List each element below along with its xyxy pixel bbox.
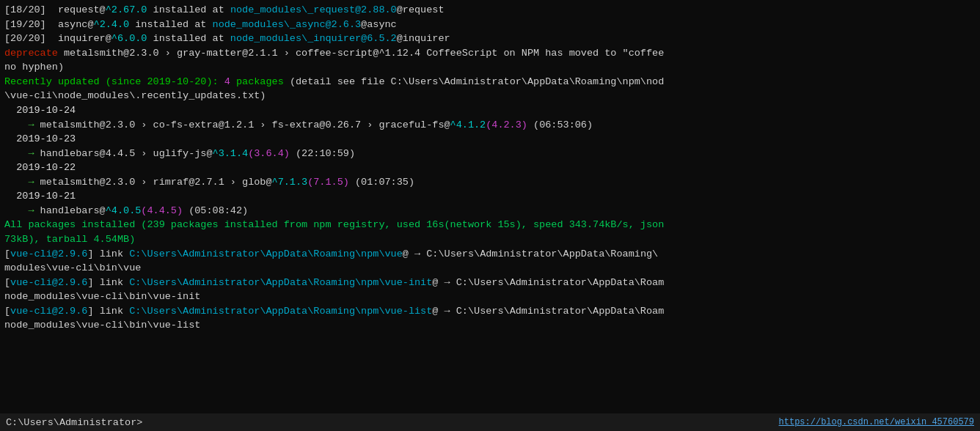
bottom-bar: C:\Users\Administrator> https://blog.csd… <box>0 413 980 431</box>
csdn-url[interactable]: https://blog.csdn.net/weixin_45760579 <box>779 417 974 427</box>
terminal-line: → metalsmith@2.3.0 › co-fs-extra@1.2.1 ›… <box>4 118 976 133</box>
terminal-line: 2019-10-24 <box>4 103 976 118</box>
terminal-line: Recently updated (since 2019-10-20): 4 p… <box>4 75 976 89</box>
terminal-line-all-packages: All packages installed (239 packages ins… <box>4 218 976 232</box>
terminal-line-vue-link3: [vue-cli@2.9.6] link C:\Users\Administra… <box>4 304 976 319</box>
terminal-line: → handlebars@4.4.5 › uglify-js@^3.1.4(3.… <box>4 147 976 161</box>
terminal-line-vue-link1: [vue-cli@2.9.6] link C:\Users\Administra… <box>4 247 976 262</box>
terminal-line: 73kB), tarball 4.54MB) <box>4 232 976 247</box>
terminal-line: [19/20] async@^2.4.0 installed at node_m… <box>4 18 976 32</box>
terminal-line: [18/20] request@^2.67.0 installed at nod… <box>4 3 976 18</box>
terminal-line: 2019-10-23 <box>4 132 976 147</box>
terminal-window: [18/20] request@^2.67.0 installed at nod… <box>0 0 980 431</box>
terminal-line: modules\vue-cli\bin\vue <box>4 261 976 276</box>
terminal-line: \vue-cli\node_modules\.recently_updates.… <box>4 89 976 103</box>
terminal-line: 2019-10-21 <box>4 189 976 204</box>
terminal-line: → handlebars@^4.0.5(4.4.5) (05:08:42) <box>4 204 976 218</box>
terminal-line: node_modules\vue-cli\bin\vue-list <box>4 318 976 333</box>
terminal-line: no hyphen) <box>4 60 976 75</box>
terminal-line-deprecate: deprecate metalsmith@2.3.0 › gray-matter… <box>4 46 976 61</box>
terminal-line: → metalsmith@2.3.0 › rimraf@2.7.1 › glob… <box>4 175 976 190</box>
terminal-line: 2019-10-22 <box>4 161 976 175</box>
terminal-line-vue-link2: [vue-cli@2.9.6] link C:\Users\Administra… <box>4 276 976 290</box>
terminal-line: node_modules\vue-cli\bin\vue-init <box>4 290 976 304</box>
command-prompt: C:\Users\Administrator> <box>6 417 142 428</box>
terminal-line: [20/20] inquirer@^6.0.0 installed at nod… <box>4 32 976 46</box>
